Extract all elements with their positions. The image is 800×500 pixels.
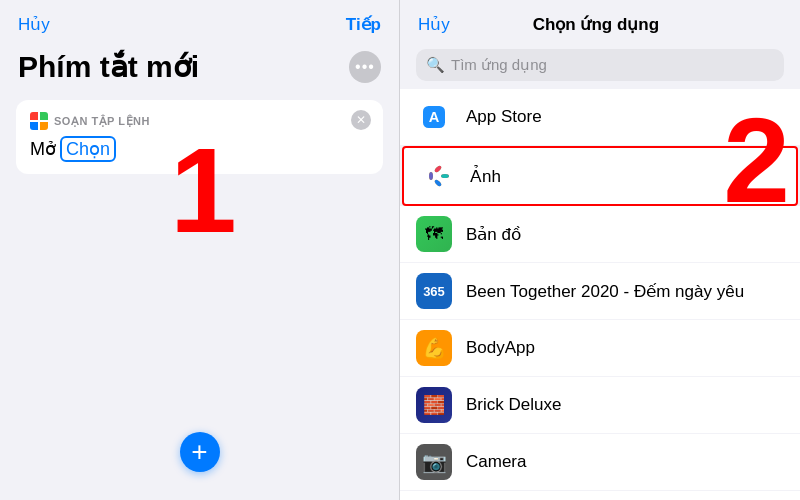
card-close-button[interactable]: ✕	[351, 110, 371, 130]
action-card: SOẠN TẬP LỆNH ✕ Mở Chọn	[16, 100, 383, 174]
app-name: Brick Deluxe	[466, 395, 561, 415]
app-icon: 📷	[416, 444, 452, 480]
add-action-button[interactable]: +	[180, 432, 220, 472]
list-item[interactable]: 📷Camera	[400, 434, 800, 491]
app-icon: 💪	[416, 330, 452, 366]
app-name: Ảnh	[470, 166, 501, 187]
svg-point-9	[429, 172, 433, 180]
search-icon: 🔍	[426, 56, 445, 74]
right-panel: Hủy Chọn ứng dụng 🔍 Tìm ứng dụng AApp St…	[400, 0, 800, 500]
app-icon: 365	[416, 273, 452, 309]
list-item[interactable]: ⚙️Cài đặt	[400, 491, 800, 500]
list-item[interactable]: 💪BodyApp	[400, 320, 800, 377]
left-header: Hủy Tiếp	[0, 0, 399, 43]
search-bar[interactable]: 🔍 Tìm ứng dụng	[416, 49, 784, 81]
more-button[interactable]: •••	[349, 51, 381, 83]
cancel-button-left[interactable]: Hủy	[18, 14, 50, 35]
card-label: SOẠN TẬP LỆNH	[30, 112, 369, 130]
cancel-button-right[interactable]: Hủy	[418, 14, 450, 35]
app-icon: 🧱	[416, 387, 452, 423]
app-list: AApp StoreẢnh🗺Bản đồ365Been Together 202…	[400, 89, 800, 500]
list-item[interactable]: AApp Store	[400, 89, 800, 146]
list-item[interactable]: 🧱Brick Deluxe	[400, 377, 800, 434]
app-name: Been Together 2020 - Đếm ngày yêu	[466, 281, 744, 302]
app-name: App Store	[466, 107, 542, 127]
right-panel-title: Chọn ứng dụng	[533, 14, 659, 35]
action-open-label: Mở	[30, 138, 56, 160]
next-button[interactable]: Tiếp	[346, 14, 381, 35]
svg-point-7	[441, 174, 449, 178]
action-choose-label[interactable]: Chọn	[60, 136, 116, 162]
right-header: Hủy Chọn ứng dụng	[400, 0, 800, 43]
action-row: Mở Chọn	[30, 136, 369, 162]
svg-point-2	[420, 158, 456, 194]
list-item[interactable]: 🗺Bản đồ	[400, 206, 800, 263]
list-item[interactable]: Ảnh	[402, 146, 798, 206]
app-icon	[420, 158, 456, 194]
app-icon: 🗺	[416, 216, 452, 252]
svg-text:A: A	[429, 109, 440, 125]
app-icon: A	[416, 99, 452, 135]
list-item[interactable]: 365Been Together 2020 - Đếm ngày yêu	[400, 263, 800, 320]
left-panel: Hủy Tiếp Phím tắt mới ••• SOẠN TẬP LỆNH …	[0, 0, 400, 500]
app-name: Bản đồ	[466, 224, 521, 245]
page-title: Phím tắt mới	[18, 49, 199, 84]
app-name: Camera	[466, 452, 526, 472]
search-placeholder-text: Tìm ứng dụng	[451, 56, 547, 74]
grid-icon	[30, 112, 48, 130]
app-name: BodyApp	[466, 338, 535, 358]
left-title-row: Phím tắt mới •••	[0, 43, 399, 100]
